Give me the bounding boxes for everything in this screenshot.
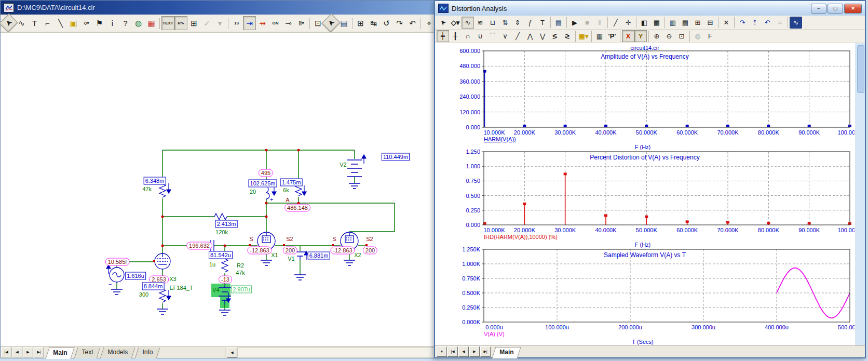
tab-text[interactable]: Text [74, 347, 101, 358]
vertical-axis-icon[interactable]: ⇅ [499, 17, 511, 29]
part-value-label[interactable]: EF184_T [168, 285, 194, 291]
scrollbar-thumb[interactable] [857, 45, 864, 93]
next-min-icon[interactable]: ∨ [499, 30, 511, 42]
close-button[interactable]: ✕ [844, 4, 862, 14]
fx-function-icon[interactable]: ƒ [524, 17, 536, 29]
node-voltage-label[interactable]: 196.632 [186, 242, 212, 250]
part-value-label[interactable]: 20 [249, 189, 257, 195]
zoom-area-icon[interactable]: ⊡ [675, 30, 688, 42]
split-pane-icon[interactable]: ◧ [638, 17, 650, 29]
node-snap-icon[interactable]: ↹ [367, 16, 380, 30]
text-display-toggle-icon[interactable]: TEXT [161, 16, 174, 30]
current-label[interactable]: 1.475m [280, 179, 303, 186]
part-value-label[interactable]: 1u [208, 261, 216, 268]
align-cursors-icon[interactable]: ≋ [474, 17, 486, 29]
pin-label[interactable]: S [331, 236, 337, 243]
schematic-titlebar[interactable]: D:\MC9\DATA\circuit14.cir [1, 1, 435, 15]
maximize-button[interactable]: ▢ [828, 4, 843, 14]
last-page-button[interactable]: ▶| [480, 346, 491, 357]
last-page-button[interactable]: ▶| [34, 347, 44, 357]
series-label[interactable]: HARM(V(A)) [484, 136, 516, 142]
node-name-label[interactable]: A [284, 197, 290, 204]
horizontal-axis-icon[interactable]: ⊔ [486, 17, 499, 29]
power-display-toggle-icon[interactable]: ON [269, 16, 282, 30]
numeric-display-toggle-icon[interactable]: 13 [230, 16, 243, 30]
part-name-label[interactable]: V4 [211, 287, 220, 293]
prev-page-button[interactable]: ◀ [12, 347, 22, 357]
numeric-output-icon[interactable]: ▦ [593, 30, 606, 42]
error-check-icon[interactable]: ▦ [145, 16, 158, 30]
component-mode-icon[interactable]: ▣ [67, 16, 80, 30]
part-value-label[interactable]: 300 [138, 291, 150, 298]
line-tool-icon[interactable]: ╱ [609, 17, 622, 29]
part-value-label[interactable]: 6k [282, 187, 290, 194]
first-page-button[interactable]: |◀ [447, 346, 458, 357]
prev-page-button[interactable]: ◀ [458, 346, 469, 357]
axes-icon[interactable]: ✕ [720, 17, 733, 29]
current-label[interactable]: 110.449m [382, 153, 410, 161]
node-voltage-label[interactable]: 200 [363, 247, 377, 255]
zoom-in-icon[interactable]: ⊕ [650, 30, 663, 42]
pin-display-toggle-icon[interactable]: ⊞ [187, 16, 200, 30]
one-pane-icon[interactable]: ⊟ [704, 17, 716, 29]
current-label[interactable]: 6.881m [308, 252, 330, 260]
frequency-label-icon[interactable]: F [704, 30, 716, 42]
info-mode-icon[interactable]: i [106, 16, 119, 30]
ortho-wire-icon[interactable]: ⌐ [41, 16, 54, 30]
envelope-low-icon[interactable]: ≶ [549, 30, 561, 42]
node-voltage-label[interactable]: -12.863 [247, 247, 272, 255]
line-mode-icon[interactable]: ╲ [54, 16, 67, 30]
part-value-label[interactable]: 47k [141, 186, 153, 193]
cursor-tool-icon[interactable]: ✛ [622, 17, 634, 29]
node-voltage-label[interactable]: 486.148 [284, 204, 310, 212]
tab-main[interactable]: Main [492, 347, 521, 358]
next-valley-icon[interactable]: ∪ [474, 30, 486, 42]
pin-label[interactable]: S2 [365, 236, 374, 243]
add-point-tag-icon[interactable]: ↷ [736, 17, 749, 29]
tab-models[interactable]: Models [100, 347, 135, 358]
part-name-label[interactable]: V2 [338, 162, 347, 168]
grid-dropdown-icon[interactable]: ⣿▾ [295, 16, 308, 30]
current-label[interactable]: 1.616u [125, 272, 146, 280]
current-display-toggle-icon[interactable]: ⇸ [256, 16, 269, 30]
y-scale-icon[interactable]: Y [634, 30, 647, 42]
series-label[interactable]: V(A) (V) [484, 331, 505, 337]
select-box-icon[interactable]: ⊞ [354, 16, 367, 30]
pin-label[interactable]: S2 [285, 236, 294, 243]
probe-select-icon[interactable]: ∿ [462, 17, 474, 29]
tab-main[interactable]: Main [45, 347, 74, 359]
part-value-label[interactable]: 120k [214, 229, 229, 236]
add-horizontal-tag-icon[interactable]: ↶ [761, 17, 774, 29]
schematic-canvas[interactable]: +− 6.348m47k2.413m120k495102.625m201.475… [1, 32, 435, 346]
node-voltage-label[interactable]: 495 [259, 169, 273, 177]
minimize-button[interactable]: ‒ [811, 4, 826, 14]
grid-pane-icon[interactable]: ▦ [650, 17, 663, 29]
x-scale-icon[interactable]: X [622, 30, 634, 42]
envelope-high-icon[interactable]: ≷ [561, 30, 574, 42]
next-peak-icon[interactable]: ∩ [462, 30, 474, 42]
plot-canvas[interactable]: 600.000480.000360.000240.000120.0000.000… [435, 43, 855, 346]
run-button-icon[interactable]: ▶ [568, 17, 581, 29]
global-low-icon[interactable]: ⋁ [536, 30, 549, 42]
part-value-label[interactable]: 47k [235, 270, 246, 276]
flag-mode-icon[interactable]: ⚑ [93, 16, 106, 30]
node-voltage-label[interactable]: -12.863 [330, 247, 355, 255]
pin-label[interactable]: S [248, 236, 254, 243]
row-plots-icon[interactable]: ▤ [679, 17, 691, 29]
part-name-label[interactable]: V1 [287, 256, 295, 262]
part-browser-dropdown-icon[interactable]: ▣▾ [577, 30, 590, 42]
selected-value-label[interactable]: 2.907u [231, 286, 252, 293]
part-name-label[interactable]: X1 [270, 252, 279, 259]
analysis-titlebar[interactable]: Distortion Analysis ‒▢✕ [435, 1, 865, 16]
properties-icon[interactable]: ▤ [552, 17, 565, 29]
flip-vertical-icon[interactable]: ↶ [406, 16, 419, 30]
next-page-button[interactable]: ▶ [23, 347, 33, 357]
part-name-label[interactable]: R2 [236, 262, 245, 269]
rotate-icon[interactable]: ↺ [380, 16, 393, 30]
series-label[interactable]: IHD(HARM(V(A)),10000) (%) [484, 234, 558, 240]
add-vertical-tag-icon[interactable]: ⇡ [749, 17, 761, 29]
node-voltage-label[interactable]: 200 [283, 247, 297, 255]
scale-limits-icon[interactable]: ⇕ [511, 17, 524, 29]
part-name-label[interactable]: X3 [168, 276, 177, 283]
node-voltage-toggle-icon[interactable]: ⇥ [243, 16, 256, 30]
